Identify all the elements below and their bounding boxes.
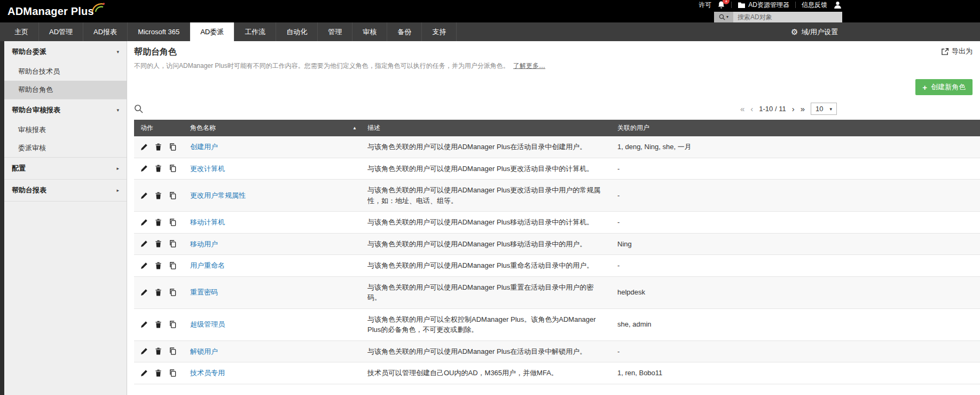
role-name-link[interactable]: 用户重命名 bbox=[190, 261, 225, 269]
delete-role-button[interactable] bbox=[155, 165, 162, 172]
pencil-icon bbox=[140, 262, 148, 269]
create-role-button[interactable]: + 创建新角色 bbox=[915, 79, 973, 95]
header-role-name[interactable]: 角色名称 ▲ bbox=[185, 120, 362, 136]
delete-role-button[interactable] bbox=[155, 262, 162, 269]
edit-role-button[interactable] bbox=[140, 347, 148, 355]
tab-Microsoft 365[interactable]: Microsoft 365 bbox=[128, 22, 190, 41]
global-search-input[interactable] bbox=[733, 12, 842, 22]
tab-AD报表[interactable]: AD报表 bbox=[83, 22, 128, 41]
first-page-button[interactable]: « bbox=[740, 105, 744, 113]
role-users: - bbox=[612, 212, 980, 234]
tab-审核[interactable]: 审核 bbox=[352, 22, 387, 41]
page-size-select[interactable]: 10 ▾ bbox=[811, 103, 837, 115]
delete-role-button[interactable] bbox=[155, 192, 162, 199]
pagination: « ‹ 1-10 / 11 › » 10 ▾ bbox=[740, 103, 837, 115]
edit-role-button[interactable] bbox=[140, 143, 148, 151]
page-description: 不同的人，访问ADManager Plus时可能有不同的工作内容。您需要为他们定… bbox=[134, 61, 545, 71]
copy-role-button[interactable] bbox=[169, 262, 176, 269]
ad-explorer-link[interactable]: AD资源管理器 bbox=[738, 1, 789, 10]
roles-table-body: 创建用户 与该角色关联的用户可以使用ADManager Plus在活动目录中创建… bbox=[134, 136, 980, 384]
copy-role-button[interactable] bbox=[169, 240, 176, 247]
tab-主页[interactable]: 主页 bbox=[4, 22, 39, 41]
delete-role-button[interactable] bbox=[155, 219, 162, 226]
role-name-link[interactable]: 重置密码 bbox=[190, 288, 218, 296]
table-row: 移动用户 与该角色关联的用户可以使用ADManager Plus移动活动目录中的… bbox=[134, 233, 980, 255]
role-name-link[interactable]: 创建用户 bbox=[190, 143, 218, 151]
sidebar-section-帮助台审核报表[interactable]: 帮助台审核报表▾ bbox=[4, 99, 127, 121]
sidebar-item-委派审核[interactable]: 委派审核 bbox=[4, 139, 127, 157]
role-name-link[interactable]: 解锁用户 bbox=[190, 347, 218, 355]
delete-role-button[interactable] bbox=[155, 321, 162, 328]
copy-role-button[interactable] bbox=[169, 143, 176, 151]
edit-role-button[interactable] bbox=[140, 369, 148, 377]
sidebar-section-帮助台委派[interactable]: 帮助台委派▾ bbox=[4, 41, 127, 63]
tab-工作流[interactable]: 工作流 bbox=[234, 22, 276, 41]
prev-page-button[interactable]: ‹ bbox=[750, 105, 753, 113]
delete-role-button[interactable] bbox=[155, 289, 162, 296]
sidebar-item-审核报表[interactable]: 审核报表 bbox=[4, 121, 127, 139]
role-users: - bbox=[612, 158, 980, 180]
role-users: she, admin bbox=[612, 308, 980, 340]
topbar-right: 许可 1 AD资源管理器 信息反馈 ▾ bbox=[699, 0, 842, 22]
notifications-button[interactable]: 1 bbox=[717, 1, 725, 9]
feedback-link[interactable]: 信息反馈 bbox=[802, 1, 827, 10]
pencil-icon bbox=[140, 240, 148, 247]
edit-role-button[interactable] bbox=[140, 262, 148, 269]
search-scope-button[interactable]: ▾ bbox=[714, 12, 733, 22]
tab-管理[interactable]: 管理 bbox=[318, 22, 352, 41]
delete-role-button[interactable] bbox=[155, 240, 162, 247]
delete-role-button[interactable] bbox=[155, 369, 162, 377]
last-page-button[interactable]: » bbox=[801, 105, 805, 113]
role-name-link[interactable]: 更改用户常规属性 bbox=[190, 191, 246, 199]
role-name-link[interactable]: 移动计算机 bbox=[190, 218, 225, 226]
table-header-row: 动作 角色名称 ▲ 描述 关联的用户 bbox=[134, 120, 980, 136]
tab-AD管理[interactable]: AD管理 bbox=[39, 22, 83, 41]
pencil-icon bbox=[140, 289, 148, 296]
copy-role-button[interactable] bbox=[169, 165, 176, 172]
role-name-link[interactable]: 更改计算机 bbox=[190, 165, 225, 173]
edit-role-button[interactable] bbox=[140, 240, 148, 247]
domain-user-settings-button[interactable]: ⚙ 域/用户设置 bbox=[788, 22, 841, 41]
sidebar-section-帮助台报表[interactable]: 帮助台报表▸ bbox=[4, 180, 127, 201]
edit-role-button[interactable] bbox=[140, 219, 148, 226]
learn-more-link[interactable]: 了解更多… bbox=[513, 62, 545, 69]
export-as-button[interactable]: 导出为 bbox=[941, 47, 973, 56]
tab-AD委派[interactable]: AD委派 bbox=[190, 22, 234, 41]
sidebar-collapse-strip[interactable] bbox=[0, 41, 4, 395]
edit-role-button[interactable] bbox=[140, 321, 148, 328]
table-row: 解锁用户 与该角色关联的用户可以使用ADManager Plus在活动目录中解锁… bbox=[134, 340, 980, 362]
copy-role-button[interactable] bbox=[169, 219, 176, 226]
trash-icon bbox=[155, 240, 162, 247]
copy-role-button[interactable] bbox=[169, 369, 176, 377]
edit-role-button[interactable] bbox=[140, 165, 148, 172]
copy-role-button[interactable] bbox=[169, 321, 176, 328]
copy-role-button[interactable] bbox=[169, 347, 176, 355]
account-button[interactable] bbox=[833, 1, 842, 10]
role-name-link[interactable]: 超级管理员 bbox=[190, 320, 225, 328]
role-name-link[interactable]: 技术员专用 bbox=[190, 369, 225, 377]
delete-role-button[interactable] bbox=[155, 143, 162, 151]
edit-role-button[interactable] bbox=[140, 192, 148, 199]
chevron-down-icon: ▾ bbox=[726, 14, 728, 19]
sidebar-item-帮助台角色[interactable]: 帮助台角色 bbox=[4, 81, 127, 99]
edit-role-button[interactable] bbox=[140, 289, 148, 296]
delete-role-button[interactable] bbox=[155, 347, 162, 355]
table-search-button[interactable] bbox=[134, 104, 143, 113]
table-toolbar: « ‹ 1-10 / 11 › » 10 ▾ bbox=[127, 95, 980, 120]
header-description: 描述 bbox=[362, 120, 612, 136]
table-row: 更改计算机 与该角色关联的用户可以使用ADManager Plus更改活动目录中… bbox=[134, 158, 980, 180]
role-name-link[interactable]: 移动用户 bbox=[190, 240, 218, 248]
license-link[interactable]: 许可 bbox=[699, 1, 711, 10]
sidebar-section-配置[interactable]: 配置▸ bbox=[4, 158, 127, 179]
copy-role-button[interactable] bbox=[169, 289, 176, 296]
tab-支持[interactable]: 支持 bbox=[422, 22, 457, 41]
app-body: 帮助台委派▾帮助台技术员帮助台角色帮助台审核报表▾审核报表委派审核配置▸帮助台报… bbox=[0, 41, 980, 395]
next-page-button[interactable]: › bbox=[792, 105, 795, 113]
tab-自动化[interactable]: 自动化 bbox=[276, 22, 318, 41]
role-description: 与该角色关联的用户可以使用ADManager Plus更改活动目录中的计算机。 bbox=[362, 158, 612, 180]
tab-备份[interactable]: 备份 bbox=[387, 22, 422, 41]
pencil-icon bbox=[140, 192, 148, 199]
app-logo-text: ADManager Plus bbox=[7, 5, 94, 18]
sidebar-item-帮助台技术员[interactable]: 帮助台技术员 bbox=[4, 63, 127, 81]
copy-role-button[interactable] bbox=[169, 192, 176, 199]
